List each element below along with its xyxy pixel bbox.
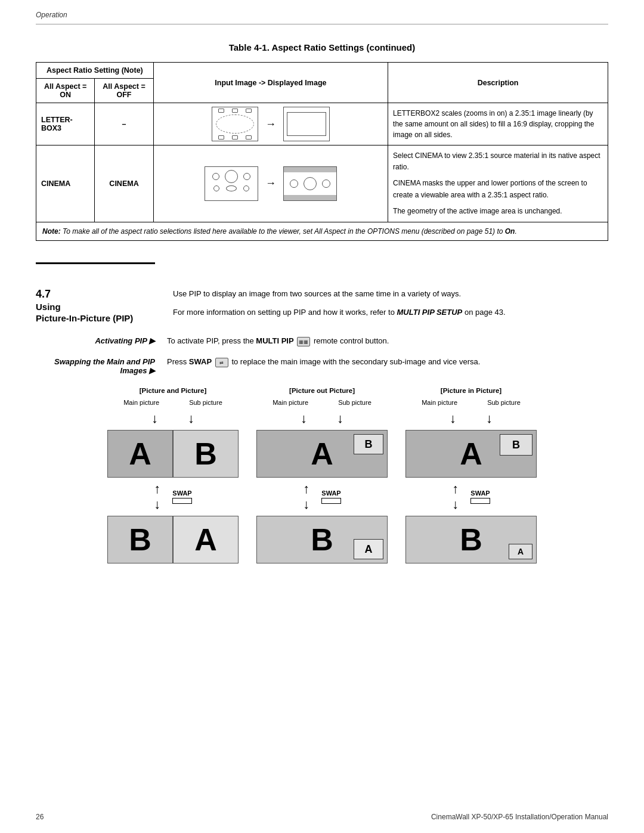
- subsection-activating: Activating PIP ▶ To activate PIP, press …: [36, 335, 608, 347]
- pip-labels: Main picture Sub picture: [422, 399, 521, 406]
- letterbox3-off-cell: –: [95, 103, 153, 145]
- pip-title: [Picture in Picture]: [441, 387, 501, 394]
- pap-swap-arrows: ↑ ↓: [154, 481, 160, 512]
- intro-para-1: Use PIP to display an image from two sou…: [173, 288, 608, 300]
- arrow-down-b: ↓: [188, 411, 194, 426]
- pap-letter-b: B: [194, 436, 217, 472]
- header-text: Operation: [36, 11, 67, 19]
- pap-box-b: B: [173, 430, 239, 478]
- section-title: Using Picture-In-Picture (PIP): [36, 301, 155, 324]
- pip-diagram-pip: [Picture in Picture] Main picture Sub pi…: [405, 387, 537, 563]
- pop-top-main: A B: [256, 430, 388, 478]
- pap-labels: Main picture Sub picture: [123, 399, 222, 406]
- letterbox3-diagram: →: [159, 107, 383, 141]
- pap-box-a2: A: [173, 516, 239, 563]
- swapping-label: Swapping the Main and PIP Images ▶: [36, 356, 155, 375]
- section-label-block: 4.7 Using Picture-In-Picture (PIP): [36, 288, 155, 326]
- th-all-aspect-on: All Aspect = ON: [36, 79, 95, 103]
- letterbox3-diagram-cell: →: [153, 103, 388, 145]
- intro-para-2: For more information on setting up PIP a…: [173, 306, 608, 318]
- pip-diagrams-container: [Picture and Picture] Main picture Sub p…: [36, 387, 608, 563]
- lb3-output-frame: [283, 107, 330, 141]
- subsection-swapping: Swapping the Main and PIP Images ▶ Press…: [36, 356, 608, 375]
- cinema-circles-row1: [205, 167, 258, 184]
- pip-swap-box: SWAP: [470, 490, 490, 504]
- pip-letter-b2: B: [460, 522, 482, 558]
- pap-arrow-down: ↓: [154, 497, 160, 512]
- pap-letter-b2: B: [129, 522, 151, 558]
- letterbox3-on-cell: LETTER-BOX3: [36, 103, 95, 145]
- th-input-image: Input Image -> Displayed Image: [153, 63, 388, 103]
- pap-letter-a: A: [129, 436, 151, 472]
- pop-sub-letter: B: [365, 438, 373, 451]
- table-title: Table 4-1. Aspect Ratio Settings (contin…: [36, 42, 608, 52]
- cinema-on-cell: CINEMA: [36, 145, 95, 222]
- pip-arrow-down-a: ↓: [450, 411, 456, 426]
- cinema-diagram: →: [159, 166, 383, 201]
- pop-arrow-down-b: ↓: [337, 411, 343, 426]
- footer-doc-title: CinemaWall XP-50/XP-65 Installation/Oper…: [431, 813, 608, 821]
- pop-labels: Main picture Sub picture: [273, 399, 371, 406]
- pip-diagram-pap: [Picture and Picture] Main picture Sub p…: [107, 387, 239, 563]
- cinema-off-cell: CINEMA: [95, 145, 153, 222]
- activating-pip-body: To activate PIP, press the MULTI PIP ▦▦ …: [167, 335, 608, 347]
- note-text: Note: To make all of the aspect ratio se…: [42, 227, 517, 236]
- page-header: Operation: [0, 0, 644, 24]
- table-row: LETTER-BOX3 –: [36, 103, 608, 145]
- th-setting: Aspect Ratio Setting (Note): [36, 63, 154, 79]
- letterbox3-desc-cell: LETTERBOX2 scales (zooms in on) a 2.35:1…: [388, 103, 608, 145]
- pip-arrow-down2: ↓: [452, 497, 459, 512]
- pip-letter-a: A: [460, 436, 482, 472]
- pap-letter-a2: A: [194, 522, 217, 558]
- pop-letter-b2: B: [311, 522, 333, 558]
- multi-pip-icon: ▦▦: [297, 337, 310, 346]
- cinema-mask-bottom: [284, 195, 336, 200]
- diagram-arrow: →: [265, 177, 276, 190]
- pop-swap-row: ↑ ↓ SWAP: [303, 481, 340, 512]
- pip-arrows-top: ↓ ↓: [450, 411, 493, 426]
- pip-sub-inset-top: B: [500, 434, 532, 456]
- section-body: Use PIP to display an image from two sou…: [173, 288, 608, 326]
- pip-sub-letter-top: B: [512, 439, 520, 451]
- cinema-desc-cell: Select CINEMA to view 2.35:1 source mate…: [388, 145, 608, 222]
- pap-arrows-top: ↓ ↓: [151, 411, 194, 426]
- lb3-holes-top: [212, 107, 258, 114]
- pap-bottom-row: B A: [107, 516, 239, 563]
- pop-bottom-main: B A: [256, 516, 388, 563]
- main-content: Table 4-1. Aspect Ratio Settings (contin…: [0, 24, 644, 581]
- pop-swap-arrows: ↑ ↓: [303, 481, 309, 512]
- pop-swap-box: SWAP: [321, 490, 340, 504]
- pap-arrow-up: ↑: [154, 481, 160, 497]
- pop-sub-letter-b: A: [365, 543, 373, 556]
- pip-sub-inset-bottom: A: [509, 544, 532, 559]
- cinema-output-frame: [283, 166, 337, 201]
- pap-box-b2: B: [107, 516, 173, 563]
- footer-page-number: 26: [36, 813, 44, 821]
- pip-arrow-up: ↑: [452, 481, 459, 497]
- pop-sub-inset: B: [354, 434, 383, 454]
- pap-swap-row: ↑ ↓ SWAP: [154, 481, 191, 512]
- pap-box-a: A: [107, 430, 173, 478]
- section-divider: [36, 262, 155, 264]
- pop-arrow-down: ↓: [303, 497, 309, 512]
- cinema-circles-row2: [205, 184, 258, 194]
- th-all-aspect-off: All Aspect = OFF: [95, 79, 153, 103]
- pip-bottom-main: B A: [405, 516, 537, 563]
- pip-swap-row: ↑ ↓ SWAP: [452, 481, 490, 512]
- th-description: Description: [388, 63, 608, 103]
- pap-swap-box: SWAP: [172, 490, 191, 504]
- pip-sub-letter-bottom: A: [518, 547, 524, 556]
- pop-arrows-top: ↓ ↓: [301, 411, 343, 426]
- pop-swap-btn: [321, 498, 340, 504]
- diagram-arrow: →: [265, 118, 276, 131]
- section-47: 4.7 Using Picture-In-Picture (PIP) Use P…: [36, 288, 608, 326]
- swap-icon: ⇄: [215, 358, 228, 367]
- section-number: 4.7: [36, 288, 155, 301]
- pip-swap-arrows: ↑ ↓: [452, 481, 459, 512]
- table-row: CINEMA CINEMA: [36, 145, 608, 222]
- pip-arrow-down-b: ↓: [486, 411, 493, 426]
- pip-top-main: A B: [405, 430, 537, 478]
- cinema-diagram-cell: →: [153, 145, 388, 222]
- note-box: Note: To make all of the aspect ratio se…: [36, 222, 608, 241]
- pop-arrow-up: ↑: [303, 481, 309, 497]
